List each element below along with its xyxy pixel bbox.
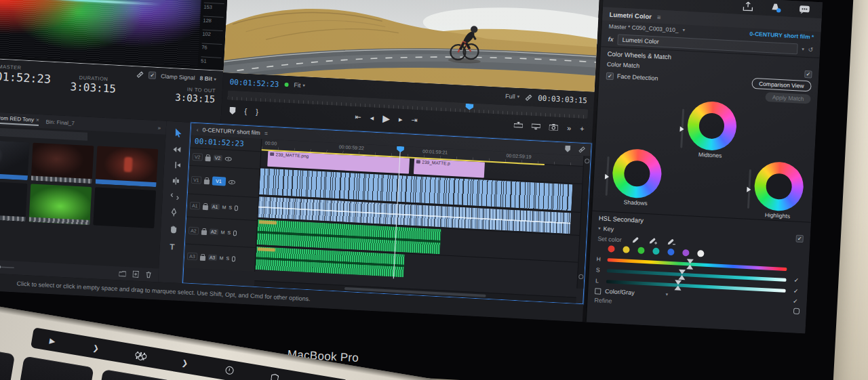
scrubber-playhead[interactable]	[465, 104, 473, 110]
add-marker-icon[interactable]	[229, 106, 236, 114]
track-visibility-eye-icon[interactable]	[224, 156, 231, 161]
comparison-view-button[interactable]: Comparison View	[751, 78, 812, 92]
source-patch-v2[interactable]: V2	[193, 153, 203, 161]
comments-icon[interactable]	[799, 5, 810, 14]
eyedropper-add-icon[interactable]	[648, 237, 657, 245]
voiceover-mic-icon[interactable]	[233, 230, 237, 236]
export-frame-icon[interactable]	[549, 123, 559, 131]
track-target-a2[interactable]: A2	[209, 228, 218, 235]
face-detection-checkbox[interactable]: ✓	[606, 72, 614, 80]
midtones-luma-slider[interactable]	[680, 109, 684, 148]
source-patch-a2[interactable]: A2	[189, 227, 199, 235]
shadows-luma-slider[interactable]	[606, 156, 610, 196]
panel-menu-icon[interactable]: ≡	[657, 13, 661, 20]
swatch-white[interactable]	[697, 250, 705, 257]
slip-tool-icon[interactable]	[170, 193, 178, 200]
lift-icon[interactable]	[514, 122, 524, 129]
new-bin-icon[interactable]	[119, 270, 125, 277]
key-checkbox[interactable]: ✓	[795, 235, 804, 243]
lock-icon[interactable]	[203, 179, 209, 184]
highlights-color-wheel[interactable]	[753, 161, 805, 212]
check-icon[interactable]: ✓	[791, 297, 801, 305]
chevron-down-icon[interactable]: ▾	[802, 47, 804, 52]
swatch-teal[interactable]	[652, 248, 660, 255]
mute-button[interactable]: M	[222, 205, 226, 209]
mark-out-icon[interactable]: }	[256, 108, 258, 116]
lock-icon[interactable]	[205, 156, 210, 161]
track-header-v1[interactable]: V1 V1	[188, 165, 260, 197]
bin-tab[interactable]: Bin: Final_7	[45, 119, 75, 126]
swatch-yellow[interactable]	[623, 246, 630, 253]
mute-button[interactable]: M	[220, 230, 224, 234]
clamp-signal-checkbox[interactable]: ✓	[149, 71, 157, 79]
clip-thumbnail[interactable]	[96, 146, 159, 188]
clip-thumbnail[interactable]	[28, 184, 92, 225]
reset-effect-icon[interactable]: ↺	[808, 46, 814, 53]
clip-thumbnail[interactable]	[31, 143, 94, 184]
quick-export-icon[interactable]	[743, 1, 753, 12]
voiceover-mic-icon[interactable]	[232, 256, 235, 261]
track-header-a1[interactable]: A1 A1 M S	[186, 194, 258, 220]
source-patch-v1[interactable]: V1	[191, 176, 201, 184]
play-button[interactable]: ▶	[382, 112, 391, 124]
track-target-v2[interactable]: V2	[213, 154, 222, 161]
zoom-slider[interactable]	[0, 264, 14, 271]
scroll-handle[interactable]	[585, 159, 589, 163]
bin-tab-active[interactable]: Bin: +Clips from RED Tony×	[0, 113, 39, 125]
button-editor-icon[interactable]: »	[567, 124, 572, 132]
type-tool-icon[interactable]: T	[170, 242, 175, 251]
track-visibility-eye-icon[interactable]	[228, 180, 235, 184]
go-to-out-icon[interactable]: ⇥	[411, 115, 418, 124]
workspaces-icon[interactable]	[770, 3, 782, 13]
swatch-purple[interactable]	[682, 249, 690, 257]
chevron-down-icon[interactable]: ▾	[598, 226, 601, 231]
playback-resolution-dropdown[interactable]: Full▾	[505, 93, 520, 100]
sequence-name-link[interactable]: 0-CENTURY short film *	[749, 30, 814, 41]
solo-button[interactable]: S	[226, 256, 229, 261]
razor-tool-icon[interactable]	[172, 177, 180, 185]
lock-icon[interactable]	[202, 205, 208, 209]
go-to-in-icon[interactable]: ⇤	[355, 112, 361, 121]
highlights-luma-slider[interactable]	[747, 169, 751, 209]
before-after-toggle-icon[interactable]	[793, 308, 800, 314]
mark-in-icon[interactable]: {	[244, 107, 247, 115]
voiceover-mic-icon[interactable]	[235, 205, 238, 211]
chevron-down-icon[interactable]: ▾	[665, 292, 668, 297]
swatch-blue[interactable]	[667, 249, 675, 256]
timeline-tracks-area[interactable]: 00:00 00:00:59:22 00:01:59:21 00:02:59:1…	[255, 139, 584, 289]
scroll-handle[interactable]	[578, 274, 583, 279]
sequence-tab[interactable]: 0-CENTURY short film	[202, 127, 260, 136]
panel-menu-icon[interactable]: ≡	[264, 129, 268, 136]
source-patch-a3[interactable]: A3	[187, 253, 197, 261]
color-gray-toggle-icon[interactable]	[595, 288, 601, 294]
source-patch-a1[interactable]: A1	[190, 202, 200, 210]
lock-icon[interactable]	[201, 230, 206, 234]
panel-collapse-icon[interactable]: ‹	[197, 126, 199, 133]
program-timecode[interactable]: 00:01:52:23	[229, 77, 279, 89]
timeline-settings-icon[interactable]	[578, 146, 586, 154]
track-header-a2[interactable]: A2 A2 M S	[185, 217, 257, 247]
clip-thumbnail[interactable]	[0, 180, 27, 221]
step-forward-icon[interactable]: ▸	[399, 114, 403, 123]
track-target-v1[interactable]: V1	[212, 176, 226, 186]
close-icon[interactable]: ×	[36, 117, 39, 123]
zoom-level-dropdown[interactable]: Fit▾	[294, 82, 305, 89]
settings-wrench-icon[interactable]	[525, 93, 533, 102]
more-tabs-icon[interactable]: »	[157, 125, 161, 131]
extract-icon[interactable]	[532, 123, 541, 130]
swatch-red[interactable]	[608, 245, 615, 253]
selection-tool-icon[interactable]	[174, 128, 182, 138]
swatch-green[interactable]	[637, 247, 645, 254]
bit-depth-dropdown[interactable]: 8 Bit ▾	[199, 75, 216, 82]
midtones-color-wheel[interactable]	[686, 100, 738, 152]
track-select-tool-icon[interactable]	[173, 146, 182, 153]
new-item-icon[interactable]	[132, 271, 139, 278]
color-match-checkbox[interactable]: ✓	[804, 70, 812, 79]
mute-button[interactable]: M	[219, 255, 223, 260]
hand-tool-icon[interactable]	[169, 225, 177, 234]
check-icon[interactable]: ✓	[791, 287, 801, 295]
track-header-a3[interactable]: A3 A3 M S	[184, 243, 256, 271]
step-back-icon[interactable]: ◂	[370, 113, 374, 122]
wrench-icon[interactable]	[136, 70, 144, 79]
lock-icon[interactable]	[199, 255, 205, 260]
